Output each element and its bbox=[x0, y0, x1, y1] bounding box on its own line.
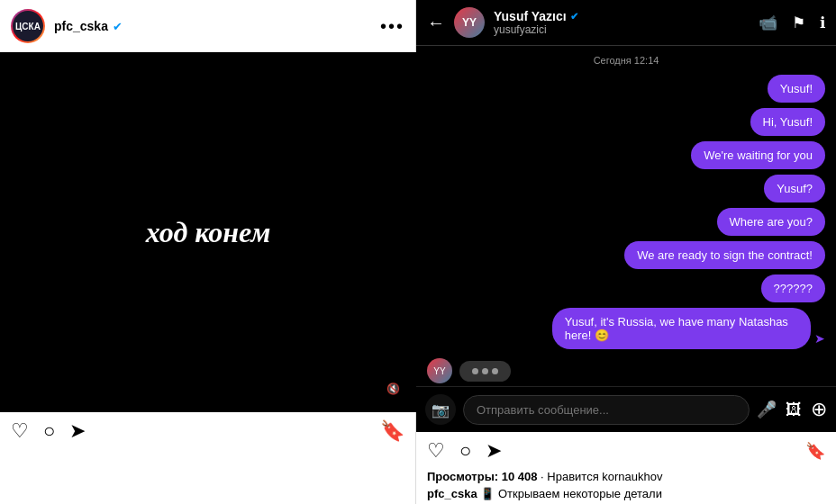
message-bubble: We are ready to sign the contract! bbox=[624, 241, 825, 269]
add-icon[interactable]: ⊕ bbox=[811, 398, 827, 421]
message-bubble: Hi, Yusuf! bbox=[750, 108, 825, 136]
right-comment-button[interactable]: ○ bbox=[459, 439, 471, 463]
dm-timestamp: Сегодня 12:14 bbox=[416, 46, 836, 71]
right-post-actions: ♡ ○ ➤ 🔖 bbox=[416, 432, 836, 470]
dm-input-row: 📷 🎤 🖼 ⊕ bbox=[416, 386, 836, 432]
microphone-icon[interactable]: 🎤 bbox=[757, 400, 777, 419]
dm-handle: yusufyazici bbox=[494, 23, 750, 36]
typing-avatar: YY bbox=[427, 358, 452, 383]
typing-indicator-row: YY bbox=[427, 355, 825, 386]
info-icon[interactable]: ℹ bbox=[820, 14, 825, 32]
send-status-icon: ➤ bbox=[814, 331, 825, 346]
message-bubble: Yusuf? bbox=[764, 175, 825, 202]
dm-back-button[interactable]: ← bbox=[427, 13, 445, 33]
share-button[interactable]: ➤ bbox=[69, 419, 86, 443]
dm-header-icons: 📹 ⚑ ℹ bbox=[759, 14, 825, 32]
post-header: ЦСКА pfc_cska ✔ ••• bbox=[0, 0, 415, 52]
dm-messages: Yusuf! Hi, Yusuf! We're waiting for you … bbox=[416, 71, 836, 386]
flag-icon[interactable]: ⚑ bbox=[792, 14, 805, 32]
message-bubble: Where are you? bbox=[717, 208, 826, 236]
right-share-button[interactable]: ➤ bbox=[486, 439, 502, 463]
dm-section: ← YY Yusuf Yazıcı ✔ yusufyazici 📹 ⚑ ℹ bbox=[416, 0, 836, 432]
message-bubble: Yusuf, it's Russia, we have many Natasha… bbox=[552, 308, 811, 349]
post-overlay-text: ход конем bbox=[146, 216, 271, 249]
like-button[interactable]: ♡ bbox=[11, 419, 29, 443]
post-actions: ♡ ○ ➤ 🔖 bbox=[0, 412, 415, 450]
ig-actions-section: ♡ ○ ➤ 🔖 Просмотры: 10 408 · Нравится kor… bbox=[416, 432, 836, 504]
mute-button[interactable]: 🔇 bbox=[380, 376, 405, 401]
dm-avatar: YY bbox=[454, 7, 485, 38]
avatar: ЦСКА bbox=[11, 9, 45, 43]
typing-bubble bbox=[459, 361, 511, 382]
dm-header: ← YY Yusuf Yazıcı ✔ yusufyazici 📹 ⚑ ℹ bbox=[416, 0, 836, 46]
comment-button[interactable]: ○ bbox=[43, 419, 55, 443]
username-label: pfc_cska bbox=[54, 19, 108, 33]
dm-user-info: Yusuf Yazıcı ✔ yusufyazici bbox=[494, 9, 750, 36]
verified-icon: ✔ bbox=[113, 20, 123, 33]
dm-input-icons: 🎤 🖼 ⊕ bbox=[757, 398, 827, 421]
message-bubble: We're waiting for you bbox=[691, 141, 825, 169]
right-panel: ← YY Yusuf Yazıcı ✔ yusufyazici 📹 ⚑ ℹ bbox=[416, 0, 836, 504]
typing-dot bbox=[492, 368, 498, 374]
image-icon[interactable]: 🖼 bbox=[786, 400, 802, 419]
typing-dot bbox=[482, 368, 488, 374]
typing-dot bbox=[472, 368, 478, 374]
views-count: Просмотры: 10 408 · Нравится kornaukhov bbox=[416, 470, 836, 487]
message-input[interactable] bbox=[463, 395, 750, 425]
bookmark-button[interactable]: 🔖 bbox=[380, 419, 404, 443]
message-bubble: Yusuf! bbox=[768, 75, 825, 103]
post-caption: pfc_cska 📱 Открываем некоторые детали bbox=[416, 487, 836, 504]
post-image: ход конем 🔇 bbox=[0, 52, 416, 412]
more-options-icon[interactable]: ••• bbox=[380, 16, 404, 37]
mute-icon: 🔇 bbox=[386, 382, 400, 395]
video-call-icon[interactable]: 📹 bbox=[759, 14, 777, 32]
username-block: pfc_cska ✔ bbox=[54, 19, 371, 33]
dm-verified-icon: ✔ bbox=[570, 11, 578, 22]
right-bookmark-button[interactable]: 🔖 bbox=[805, 441, 825, 461]
right-like-button[interactable]: ♡ bbox=[427, 439, 445, 463]
message-bubble: ?????? bbox=[761, 274, 825, 302]
camera-icon: 📷 bbox=[432, 401, 450, 418]
app-container: ЦСКА pfc_cska ✔ ••• ход конем 🔇 ♡ ○ ➤ 🔖 bbox=[0, 0, 836, 504]
camera-button[interactable]: 📷 bbox=[425, 394, 456, 425]
dm-username: Yusuf Yazıcı ✔ bbox=[494, 9, 750, 23]
left-panel: ЦСКА pfc_cska ✔ ••• ход конем 🔇 ♡ ○ ➤ 🔖 bbox=[0, 0, 416, 504]
